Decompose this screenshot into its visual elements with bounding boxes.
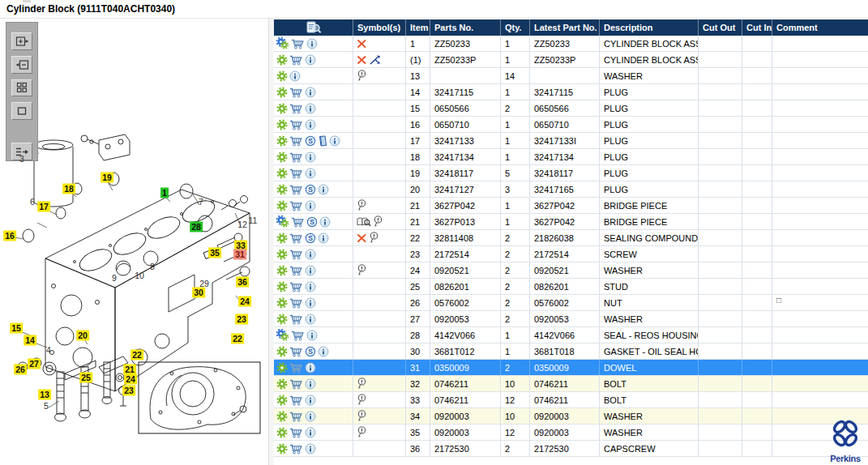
diagram-callout-16[interactable]: 16 bbox=[3, 231, 16, 241]
info-icon[interactable] bbox=[305, 443, 316, 454]
table-row-item-28[interactable]: 284142V06614142V066SEAL - REOS HOUSING bbox=[274, 327, 868, 343]
table-row-item-1[interactable]: (1)ZZ50233P1ZZ50233PCYLINDER BLOCK ASSEM… bbox=[274, 52, 868, 68]
diagram-callout-7[interactable]: 7 bbox=[197, 197, 205, 207]
table-row-item-19[interactable]: 1932418117532418117PLUG bbox=[274, 165, 868, 181]
cart-icon[interactable] bbox=[289, 249, 303, 260]
column-header-latest-part-no[interactable]: Latest Part No. bbox=[530, 19, 600, 36]
column-header-cut-out[interactable]: Cut Out bbox=[699, 19, 742, 36]
info-icon[interactable] bbox=[305, 119, 316, 130]
diagram-callout-31[interactable]: 31 bbox=[233, 250, 246, 260]
cart-icon[interactable] bbox=[289, 54, 303, 66]
info-icon[interactable] bbox=[318, 184, 329, 195]
gear-icon[interactable] bbox=[276, 297, 288, 309]
gear-icon[interactable] bbox=[276, 232, 288, 244]
info-icon[interactable] bbox=[329, 135, 340, 147]
table-row-item-13[interactable]: 1314WASHER bbox=[274, 68, 868, 84]
cart-icon[interactable] bbox=[289, 184, 303, 195]
diagram-callout-14[interactable]: 14 bbox=[24, 335, 36, 346]
column-header-comment[interactable]: Comment bbox=[772, 19, 868, 36]
info-icon[interactable] bbox=[305, 151, 316, 163]
diagram-callout-5[interactable]: 5 bbox=[42, 401, 50, 412]
cart-icon[interactable] bbox=[289, 411, 303, 422]
table-row-item-16[interactable]: 16065071010650710PLUG bbox=[274, 117, 868, 133]
table-row-item-23[interactable]: 23217251422172514SCREW bbox=[274, 246, 868, 262]
diagram-callout-22[interactable]: 22 bbox=[231, 334, 244, 344]
table-row-item-34[interactable]: 340920003100920003WASHER bbox=[274, 408, 868, 424]
diagram-callout-22[interactable]: 22 bbox=[130, 350, 143, 360]
table-row-item-32[interactable]: 320746211100746211BOLT bbox=[274, 376, 868, 392]
diagram-callout-23[interactable]: 23 bbox=[235, 314, 248, 325]
table-row-item-35[interactable]: 350920003120920003WASHER bbox=[274, 424, 868, 441]
info-icon[interactable] bbox=[305, 103, 316, 114]
cart-icon[interactable] bbox=[289, 232, 303, 244]
info-icon[interactable] bbox=[305, 297, 316, 309]
cart-icon[interactable] bbox=[289, 362, 303, 373]
diagram-callout-27[interactable]: 27 bbox=[28, 359, 41, 369]
diagram-callout-36[interactable]: 36 bbox=[236, 277, 249, 288]
gear-icon[interactable] bbox=[276, 265, 288, 276]
table-row-item-31[interactable]: 31035000920350009DOWEL bbox=[274, 360, 868, 376]
info-icon[interactable] bbox=[305, 427, 316, 438]
info-icon[interactable] bbox=[305, 314, 316, 325]
zoom-in-button[interactable] bbox=[11, 32, 32, 50]
cart-icon[interactable] bbox=[289, 135, 303, 147]
info-icon[interactable] bbox=[305, 362, 316, 373]
info-icon[interactable] bbox=[318, 346, 329, 357]
zoom-out-button[interactable] bbox=[11, 56, 32, 74]
column-header-cut-in[interactable]: Cut In bbox=[742, 19, 772, 36]
table-row-item-20[interactable]: S2032417127332417165PLUG bbox=[274, 181, 868, 198]
diagram-callout-19[interactable]: 19 bbox=[100, 173, 113, 183]
cart-icon[interactable] bbox=[289, 87, 303, 98]
info-icon[interactable] bbox=[318, 232, 329, 244]
info-icon[interactable] bbox=[305, 87, 316, 98]
info-icon[interactable] bbox=[305, 411, 316, 422]
cart-icon[interactable] bbox=[289, 314, 303, 325]
cart-icon[interactable] bbox=[289, 119, 303, 130]
gear-add-icon[interactable] bbox=[276, 215, 289, 228]
diagram-callout-30[interactable]: 30 bbox=[192, 288, 205, 298]
gear-icon[interactable] bbox=[276, 378, 288, 390]
diagram-callout-13[interactable]: 13 bbox=[38, 390, 51, 400]
gear-icon[interactable] bbox=[276, 70, 288, 82]
table-row-item-24[interactable]: 24092052120920521WASHER bbox=[274, 262, 868, 279]
table-row-item-36[interactable]: 36217253022172530CAPSCREW bbox=[274, 441, 868, 457]
cart-icon[interactable] bbox=[291, 38, 305, 49]
cart-icon[interactable] bbox=[289, 427, 303, 438]
cart-icon[interactable] bbox=[289, 395, 303, 406]
column-header-item[interactable]: Item bbox=[406, 19, 430, 36]
gear-add-icon[interactable] bbox=[276, 37, 289, 49]
gear-icon[interactable] bbox=[276, 249, 288, 260]
gear-icon[interactable] bbox=[276, 411, 288, 422]
gear-icon[interactable] bbox=[276, 103, 288, 114]
gear-icon[interactable] bbox=[276, 346, 288, 357]
diagram-callout-10[interactable]: 10 bbox=[133, 271, 146, 281]
info-icon[interactable] bbox=[305, 265, 316, 276]
cart-icon[interactable] bbox=[289, 265, 303, 276]
info-icon[interactable] bbox=[306, 330, 318, 341]
table-row-item-22[interactable]: S2232811408221826038SEALING COMPOUND bbox=[274, 230, 868, 246]
table-row-item-27[interactable]: 27092005320920053WASHER bbox=[274, 311, 868, 327]
table-row-item-17[interactable]: S1732417133132417133IPLUG bbox=[274, 133, 868, 149]
table-row-item-30[interactable]: S303681T01213681T018GASKET - OIL SEAL HO… bbox=[274, 343, 868, 360]
diagram-callout-17[interactable]: 17 bbox=[37, 202, 50, 212]
info-icon[interactable] bbox=[305, 378, 316, 390]
gear-icon[interactable] bbox=[276, 54, 288, 66]
table-row-item-15[interactable]: 15065056620650566PLUG bbox=[274, 100, 868, 117]
diagram-callout-28[interactable]: 28 bbox=[190, 222, 203, 232]
table-row-item-1[interactable]: 1ZZ502331ZZ50233CYLINDER BLOCK ASSEMBLY bbox=[274, 36, 868, 52]
diagram-callout-8[interactable]: 8 bbox=[148, 262, 156, 272]
diagram-callout-25[interactable]: 25 bbox=[79, 373, 92, 383]
cart-icon[interactable] bbox=[289, 200, 303, 211]
table-row-item-26[interactable]: 26057600220576002NUT□ bbox=[274, 295, 868, 311]
cart-icon[interactable] bbox=[289, 443, 303, 454]
cart-icon[interactable] bbox=[289, 281, 303, 292]
table-row-item-18[interactable]: 1832417134132417134PLUG bbox=[274, 149, 868, 165]
info-icon[interactable] bbox=[305, 200, 316, 211]
cart-icon[interactable] bbox=[291, 330, 305, 341]
gear-icon[interactable] bbox=[276, 151, 288, 163]
gear-icon[interactable] bbox=[276, 314, 288, 325]
cart-icon[interactable] bbox=[289, 151, 303, 163]
supersession-icon[interactable]: S bbox=[305, 232, 316, 244]
gear-icon[interactable] bbox=[276, 168, 288, 179]
gear-icon[interactable] bbox=[276, 87, 288, 98]
